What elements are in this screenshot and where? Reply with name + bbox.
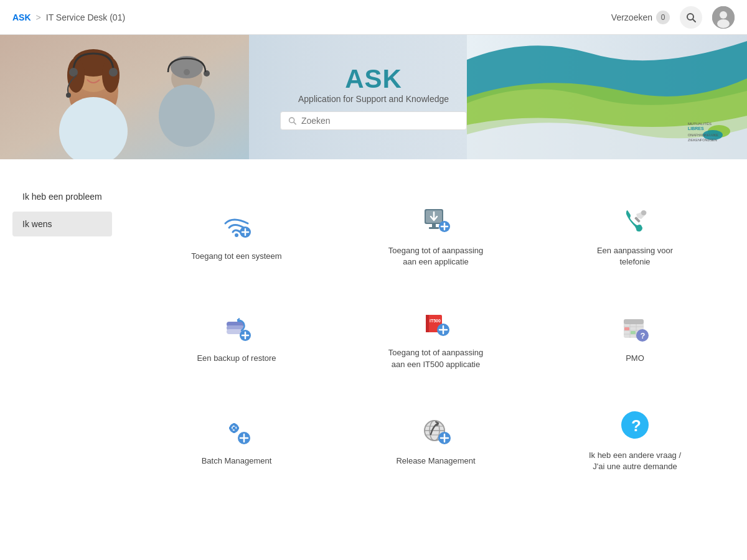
tile-pmo-label: PMO xyxy=(626,353,644,364)
svg-line-1 xyxy=(693,19,695,22)
svg-rect-69 xyxy=(233,431,235,433)
tile-release-management[interactable]: Release Management xyxy=(336,389,535,491)
verzoeken-label: Verzoeken xyxy=(611,12,652,22)
hero-search-bar[interactable] xyxy=(280,111,467,130)
ask-home-link[interactable]: ASK xyxy=(12,12,31,22)
nav-right: Verzoeken 0 xyxy=(611,6,735,29)
sidebar-item-wens[interactable]: Ik wens xyxy=(12,212,112,236)
svg-point-3 xyxy=(720,11,727,19)
breadcrumb-page: IT Service Desk (01) xyxy=(46,12,125,22)
tiles-grid: Toegang tot een systeem xyxy=(125,184,747,491)
svg-rect-50 xyxy=(426,315,429,332)
download-plus-icon xyxy=(418,203,453,238)
search-icon-hero xyxy=(288,116,296,125)
verzoeken-count: 0 xyxy=(656,11,670,24)
tile-batch-management-label: Batch Management xyxy=(202,455,272,467)
svg-text:?: ? xyxy=(641,331,646,340)
tile-backup-restore[interactable]: Een backup of restore xyxy=(137,286,336,388)
svg-point-12 xyxy=(109,68,118,77)
svg-rect-63 xyxy=(631,331,636,334)
svg-text:IT500: IT500 xyxy=(430,319,441,323)
tile-aanpassing-telefonie[interactable]: Een aanpassing voor telefonie xyxy=(535,184,735,286)
hero-logo: MUTUALITÉS LIBRES ONAFHANKELIJKE ZIEKENF… xyxy=(685,118,741,153)
hero-photo xyxy=(0,35,249,159)
hero-subtitle: Application for Support and Knowledge xyxy=(280,94,467,104)
top-navigation: ASK > IT Service Desk (01) Verzoeken 0 xyxy=(0,0,747,35)
hero-title: ASK xyxy=(280,64,467,94)
it500-icon: IT500 xyxy=(418,305,453,340)
svg-text:ONAFHANKELIJKE: ONAFHANKELIJKE xyxy=(688,133,718,137)
hero-banner: MUTUALITÉS LIBRES ONAFHANKELIJKE ZIEKENF… xyxy=(0,35,747,159)
sidebar: Ik heb een probleem Ik wens xyxy=(0,184,125,491)
search-icon xyxy=(686,12,696,22)
svg-rect-62 xyxy=(624,327,629,330)
svg-point-19 xyxy=(159,85,215,147)
main-content: Ik heb een probleem Ik wens Toegang tot … xyxy=(0,159,747,516)
tile-pmo[interactable]: ? PMO xyxy=(535,286,735,388)
svg-text:?: ? xyxy=(631,416,641,435)
svg-text:MUTUALITÉS: MUTUALITÉS xyxy=(688,122,712,126)
hero-center: ASK Application for Support and Knowledg… xyxy=(280,64,467,130)
tile-andere-vraag-label: Ik heb een andere vraag / J'ai une autre… xyxy=(585,450,685,472)
backup-icon xyxy=(219,310,254,345)
svg-point-17 xyxy=(184,69,190,75)
hero-photo-svg xyxy=(0,35,249,159)
tile-andere-vraag[interactable]: ? Ik heb een andere vraag / J'ai une aut… xyxy=(535,389,735,491)
tile-toegang-applicatie[interactable]: Toegang tot of aanpassing aan een applic… xyxy=(336,184,535,286)
svg-text:LIBRES: LIBRES xyxy=(688,126,704,131)
tile-toegang-systeem[interactable]: Toegang tot een systeem xyxy=(137,184,336,286)
tile-batch-management[interactable]: Batch Management xyxy=(137,389,336,491)
tile-toegang-applicatie-label: Toegang tot of aanpassing aan een applic… xyxy=(386,245,486,268)
tile-release-management-label: Release Management xyxy=(396,455,475,467)
tile-toegang-it500-label: Toegang tot of aanpassing aan een IT500 … xyxy=(386,347,486,370)
svg-point-29 xyxy=(235,233,238,237)
breadcrumb: ASK > IT Service Desk (01) xyxy=(12,12,125,22)
svg-rect-56 xyxy=(624,319,644,324)
svg-point-18 xyxy=(204,70,210,77)
wifi-plus-icon xyxy=(219,208,254,243)
search-button[interactable] xyxy=(680,6,702,29)
question-icon: ? xyxy=(618,408,652,442)
svg-point-13 xyxy=(66,93,71,98)
release-icon xyxy=(418,413,453,448)
svg-point-41 xyxy=(641,210,646,215)
pmo-icon: ? xyxy=(618,310,652,345)
avatar-button[interactable] xyxy=(712,6,735,29)
search-input[interactable] xyxy=(301,116,459,126)
batch-icon xyxy=(219,413,254,448)
svg-rect-37 xyxy=(429,227,439,229)
logo-svg: MUTUALITÉS LIBRES ONAFHANKELIJKE ZIEKENF… xyxy=(685,118,741,152)
phone-wrench-icon xyxy=(618,203,652,238)
svg-rect-36 xyxy=(432,224,436,227)
svg-line-28 xyxy=(294,122,296,124)
tile-toegang-it500[interactable]: IT500 Toegang tot of aanpassing aan een … xyxy=(336,286,535,388)
svg-text:ZIEKENFONDSEN: ZIEKENFONDSEN xyxy=(688,138,717,142)
tile-aanpassing-telefonie-label: Een aanpassing voor telefonie xyxy=(585,245,685,268)
tile-backup-restore-label: Een backup of restore xyxy=(197,353,276,364)
svg-rect-71 xyxy=(237,427,239,429)
tile-toegang-systeem-label: Toegang tot een systeem xyxy=(191,251,281,262)
sidebar-item-probleem[interactable]: Ik heb een probleem xyxy=(12,184,112,209)
breadcrumb-separator: > xyxy=(36,12,41,22)
svg-point-4 xyxy=(717,19,730,28)
avatar-icon xyxy=(712,6,735,29)
verzoeken-badge[interactable]: Verzoeken 0 xyxy=(611,11,670,24)
